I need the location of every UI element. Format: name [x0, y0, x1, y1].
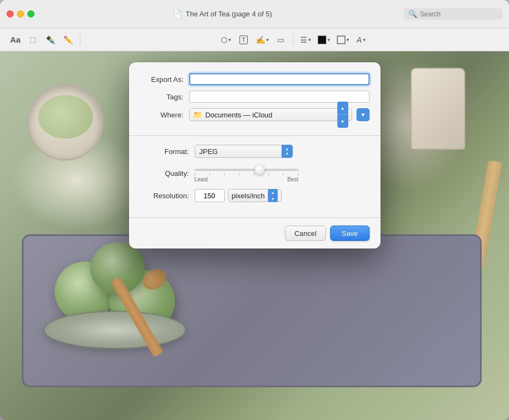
draw-icon: ✒️ [46, 36, 55, 44]
slider-labels: Least Best [195, 176, 299, 182]
where-select: 📁 Documents — iCloud ▴ ▾ ▾ [189, 108, 370, 121]
toolbar-sep-1 [80, 34, 80, 46]
fill-button[interactable]: ▾ [315, 32, 332, 48]
align-icon: ☰ [300, 36, 307, 44]
where-text: Documents — iCloud [206, 111, 333, 119]
maximize-button[interactable] [27, 10, 34, 17]
quality-label: Quality: [140, 169, 189, 178]
resolution-unit-dropdown[interactable]: pixels/inch ▴ ▾ [228, 189, 282, 202]
tick-3 [224, 173, 225, 175]
format-dropdown[interactable]: JPEG ▴ ▾ [195, 145, 293, 158]
draw-button[interactable]: ✒️ [43, 32, 58, 48]
titlebar-right: 🔍 [404, 8, 502, 20]
toolbar-left: Aa ⬚ ✒️ ✏️ [8, 32, 83, 48]
quality-least-label: Least [195, 176, 208, 182]
quality-row: Quality: [140, 164, 370, 182]
font-style-button[interactable]: A ▾ [354, 32, 369, 48]
save-button[interactable]: Save [330, 226, 370, 241]
font-style-caret: ▾ [363, 37, 366, 43]
tick-2 [209, 173, 210, 175]
format-label: Format: [140, 147, 189, 156]
font-button[interactable]: Aa [8, 32, 23, 48]
highlight-icon: ✏️ [63, 36, 73, 44]
selection-icon: ⬚ [30, 36, 36, 44]
shapes-button[interactable]: ⬡ ▾ [219, 32, 234, 48]
sig-caret: ▾ [266, 37, 269, 43]
where-stepper: ▴ ▾ [337, 102, 348, 128]
quality-best-label: Best [287, 176, 298, 182]
border-button[interactable]: ▾ [335, 32, 352, 48]
where-row: Where: 📁 Documents — iCloud ▴ ▾ ▾ [140, 108, 370, 121]
highlight-button[interactable]: ✏️ [60, 32, 75, 48]
quality-container: Least Best [195, 164, 299, 182]
titlebar-center: 📄 The Art of Tea (page 4 of 5) [41, 10, 404, 19]
traffic-lights [7, 10, 34, 17]
folder-icon: 📁 [193, 110, 202, 119]
format-text: JPEG [200, 147, 218, 156]
shapes-caret: ▾ [229, 37, 231, 43]
format-row: Format: JPEG ▴ ▾ [140, 145, 370, 158]
window-title: The Art of Tea (page 4 of 5) [185, 10, 272, 18]
border-caret: ▾ [347, 37, 349, 43]
note-icon: ▭ [277, 36, 284, 44]
tags-row: Tags: [140, 91, 370, 103]
text-button[interactable]: T [236, 32, 251, 48]
resolution-label: Resolution: [140, 192, 189, 200]
font-icon: Aa [10, 35, 20, 44]
slider-ticks [195, 173, 299, 175]
quality-slider-track [195, 169, 299, 171]
tick-6 [268, 173, 269, 175]
tick-7 [283, 173, 284, 175]
app-window: 📄 The Art of Tea (page 4 of 5) 🔍 Aa ⬚ ✒️… [0, 0, 509, 420]
note-button[interactable]: ▭ [273, 32, 289, 48]
export-as-row: Export As: [140, 73, 370, 85]
resolution-input[interactable] [195, 189, 225, 202]
export-as-input[interactable] [189, 73, 370, 85]
main-content: Export As: Tags: Where: 📁 [0, 51, 509, 420]
titlebar: 📄 The Art of Tea (page 4 of 5) 🔍 [0, 0, 509, 28]
dialog-body: Export As: Tags: Where: 📁 [129, 62, 381, 135]
signature-icon: ✍️ [256, 36, 265, 44]
tags-label: Tags: [140, 93, 184, 101]
resolution-row: Resolution: pixels/inch ▴ ▾ [140, 189, 370, 202]
align-button[interactable]: ☰ ▾ [298, 32, 313, 48]
quality-slider-thumb[interactable] [255, 165, 265, 175]
text-icon: T [239, 36, 248, 44]
res-down-button[interactable]: ▾ [268, 196, 278, 202]
tags-input[interactable] [189, 91, 370, 103]
where-label: Where: [140, 111, 184, 119]
fill-caret: ▾ [327, 37, 330, 43]
dialog-options: Format: JPEG ▴ ▾ Quality: [129, 136, 381, 217]
minimize-button[interactable] [17, 10, 24, 17]
tick-1 [195, 173, 195, 175]
toolbar-mid: ⬡ ▾ T ✍️ ▾ ▭ ☰ ▾ ▾ [86, 32, 501, 48]
res-stepper: ▴ ▾ [268, 189, 278, 202]
tick-8 [298, 173, 299, 175]
where-dropdown[interactable]: 📁 Documents — iCloud ▴ ▾ [189, 108, 352, 121]
dialog-overlay: Export As: Tags: Where: 📁 [0, 51, 509, 420]
search-input[interactable] [420, 10, 498, 18]
save-dialog: Export As: Tags: Where: 📁 [129, 62, 381, 249]
tick-4 [239, 173, 239, 175]
where-down-button[interactable]: ▾ [337, 115, 348, 128]
search-box[interactable]: 🔍 [404, 8, 502, 20]
cancel-button[interactable]: Cancel [285, 226, 325, 241]
format-up-arrow: ▴ [286, 147, 288, 151]
resolution-unit-text: pixels/inch [232, 192, 265, 200]
border-icon [337, 36, 346, 44]
fill-icon [318, 36, 326, 44]
signature-button[interactable]: ✍️ ▾ [254, 32, 271, 48]
res-up-button[interactable]: ▴ [268, 189, 278, 196]
quality-slider-fill [195, 169, 257, 171]
document-icon: 📄 [173, 10, 182, 19]
where-up-button[interactable]: ▴ [337, 102, 348, 115]
selection-button[interactable]: ⬚ [25, 32, 40, 48]
format-arrows: ▴ ▾ [282, 145, 292, 158]
shapes-icon: ⬡ [221, 36, 227, 44]
font-style-icon: A [356, 36, 361, 44]
tick-5 [254, 173, 254, 175]
dialog-footer: Cancel Save [129, 218, 381, 249]
expand-button[interactable]: ▾ [356, 108, 370, 121]
align-caret: ▾ [308, 37, 311, 43]
close-button[interactable] [7, 10, 14, 17]
